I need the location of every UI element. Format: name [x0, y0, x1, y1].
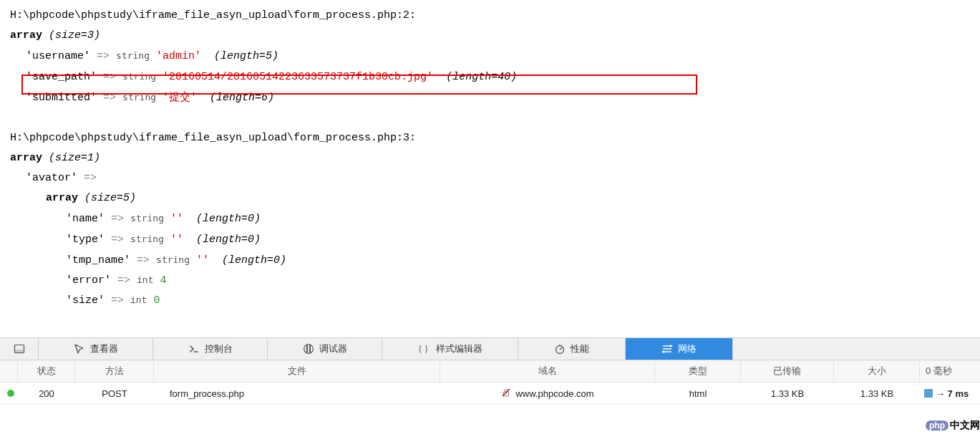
tab-style-editor[interactable]: { } 样式编辑器	[382, 338, 518, 360]
insecure-icon	[501, 388, 511, 400]
inner-array-header: array (size=5)	[10, 188, 980, 208]
dump-row-submitted: 'submitted' => string '提交' (length=6)	[10, 87, 980, 108]
cell-status: 200	[18, 383, 75, 404]
inspector-icon	[74, 343, 85, 355]
dump-row-tmp-name: 'tmp_name' => string '' (length=0)	[10, 250, 980, 271]
svg-rect-4	[309, 345, 311, 352]
col-file[interactable]: 文件	[154, 360, 440, 382]
php-badge-icon: php	[926, 421, 949, 431]
perf-icon	[554, 343, 566, 355]
dump-row-save-path: 'save_path' => string '20160514/20160514…	[10, 67, 980, 87]
dump-row-avator: 'avator' =>	[10, 168, 980, 188]
col-status[interactable]: 状态	[18, 360, 75, 382]
tab-inspector[interactable]: 查看器	[39, 338, 153, 360]
col-domain[interactable]: 域名	[440, 360, 655, 382]
tab-label: 控制台	[205, 342, 233, 355]
svg-marker-13	[670, 345, 673, 347]
tab-label: 样式编辑器	[436, 342, 482, 355]
col-timeline[interactable]: 0 毫秒	[920, 360, 980, 382]
status-dot-icon	[7, 390, 14, 397]
array-header-2: array (size=1)	[10, 148, 980, 168]
debugger-icon	[303, 343, 314, 355]
tab-label: 性能	[571, 342, 589, 355]
watermark-text: 中文网	[950, 419, 980, 432]
cell-domain: www.phpcode.com	[440, 383, 655, 404]
dump-row-username: 'username' => string 'admin' (length=5)	[10, 46, 980, 67]
col-method[interactable]: 方法	[75, 360, 154, 382]
svg-text:{ }: { }	[418, 344, 429, 354]
svg-marker-14	[661, 350, 664, 353]
svg-line-8	[560, 347, 562, 350]
style-icon: { }	[418, 343, 431, 355]
tab-debugger[interactable]: 调试器	[268, 338, 382, 360]
tab-console[interactable]: 控制台	[153, 338, 268, 360]
col-type[interactable]: 类型	[655, 360, 741, 382]
dump-row-type: 'type' => string '' (length=0)	[10, 229, 980, 250]
network-request-row[interactable]: 200 POST form_process.php www.phpcode.co…	[0, 383, 980, 405]
array-header-1: array (size=3)	[10, 26, 980, 46]
col-transferred[interactable]: 已传输	[741, 360, 834, 382]
col-size[interactable]: 大小	[834, 360, 920, 382]
timeline-bar-icon	[924, 389, 933, 398]
svg-point-5	[304, 345, 313, 354]
page-content: H:\phpcode\phpstudy\iframe_file_asyn_upl…	[0, 0, 980, 311]
cell-file: form_process.php	[154, 383, 440, 404]
watermark: php 中文网	[926, 419, 980, 432]
cell-timeline: → 7 ms	[920, 383, 980, 404]
devtools-toggle-button[interactable]	[0, 338, 39, 360]
dump-row-size: 'size' => int 0	[10, 291, 980, 311]
cell-type: html	[655, 383, 741, 404]
cell-size: 1.33 KB	[834, 383, 920, 404]
tab-label: 查看器	[90, 342, 118, 355]
dump-row-error: 'error' => int 4	[10, 271, 980, 291]
network-table-header: 状态 方法 文件 域名 类型 已传输 大小 0 毫秒	[0, 360, 980, 383]
cell-transferred: 1.33 KB	[741, 383, 834, 404]
dock-icon	[14, 343, 25, 355]
cell-method: POST	[75, 383, 154, 404]
svg-rect-1	[14, 350, 24, 353]
file-path-1: H:\phpcode\phpstudy\iframe_file_asyn_upl…	[10, 6, 980, 26]
console-icon	[188, 343, 200, 355]
devtools-tabbar: 查看器 控制台 调试器 { } 样式编辑器 性能 网络	[0, 337, 980, 360]
tab-network[interactable]: 网络	[626, 338, 733, 360]
dump-row-name: 'name' => string '' (length=0)	[10, 208, 980, 229]
tab-label: 调试器	[319, 342, 347, 355]
tab-label: 网络	[678, 342, 697, 355]
tab-performance[interactable]: 性能	[518, 338, 626, 360]
network-icon	[661, 343, 673, 355]
file-path-2: H:\phpcode\phpstudy\iframe_file_asyn_upl…	[10, 128, 980, 148]
svg-rect-3	[306, 345, 308, 352]
